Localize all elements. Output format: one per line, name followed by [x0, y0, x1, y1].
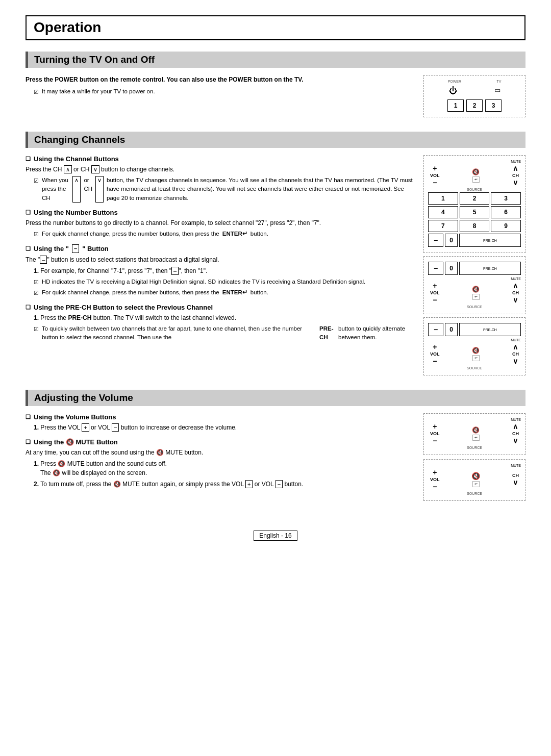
ch-up-r1: ∧: [513, 164, 518, 172]
ch-label-v1: CH: [512, 431, 519, 436]
source-label-r3: SOURCE: [428, 366, 521, 370]
mute-label-r1: MUTE: [511, 160, 521, 163]
remote-prech-vol: − 0 PRE-CH MUTE + VOL − 🔇: [423, 317, 525, 375]
mute-num-0: 1. Press 🔇 MUTE button and the sound cut…: [34, 459, 413, 477]
zero-btn-r2: 0: [445, 262, 458, 275]
vol-minus-r2: −: [433, 296, 437, 304]
source-btn-r1: ↩: [472, 177, 480, 183]
prech-note-0: To quickly switch between two channels t…: [34, 324, 413, 342]
num-5-r1: 5: [460, 206, 490, 218]
remote-power-tv: POWER TV ⏻ ▭ 1 2 3: [423, 75, 525, 117]
section-header-2: Changing Channels: [26, 132, 525, 148]
mute-icon-r2: 🔇: [472, 286, 480, 293]
vol-minus-v1: −: [433, 437, 437, 445]
page-title: Operation: [26, 15, 525, 40]
subsection-title-number-buttons: Using the Number Buttons: [26, 209, 413, 216]
subsection-title-channel-buttons: Using the Channel Buttons: [26, 155, 413, 163]
ch-label-r3: CH: [512, 351, 519, 357]
footer-wrapper: English - 16: [26, 515, 525, 541]
vol-label-r3: VOL: [430, 351, 440, 357]
number-btn-note-0: For quick channel change, press the numb…: [34, 230, 413, 239]
remote-vol-2: MUTE + VOL − 🔇 ↩ CH ∨: [423, 459, 525, 501]
ch-label-r2: CH: [512, 290, 519, 295]
ch-down-r2: ∨: [513, 296, 518, 304]
ch-down-r1: ∨: [513, 179, 518, 187]
zero-btn-r1: 0: [445, 234, 458, 247]
subsection-channel-buttons: Using the Channel Buttons Press the CH ∧…: [26, 155, 413, 203]
tv-icon: ▭: [494, 86, 500, 95]
subsection-title-dash-button: Using the "–" Button: [26, 244, 413, 253]
ch-up-r3: ∧: [513, 343, 518, 351]
ch-down-v2: ∨: [513, 478, 518, 487]
intro-bold-1: Press the POWER button on the remote con…: [26, 75, 413, 84]
vol-label-r2: VOL: [430, 290, 440, 295]
mute-label-r3: MUTE: [511, 338, 521, 342]
vol-plus-v2: +: [433, 468, 437, 476]
num-1-r1: 1: [428, 192, 458, 205]
source-btn-v1: ↩: [472, 435, 480, 441]
ch-up-v1: ∧: [513, 422, 518, 431]
mute-label-r2: MUTE: [511, 277, 521, 281]
zero-prech-row-r1: − 0 PRE-CH: [428, 232, 521, 248]
prech-btn-r2: PRE-CH: [459, 262, 521, 275]
subsection-mute-button: Using the 🔇 MUTE Button At any time, you…: [26, 438, 413, 489]
source-label-r2: SOURCE: [428, 305, 521, 309]
num-4-r1: 4: [428, 206, 458, 218]
vol-btn-num-0: 1. Press the VOL + or VOL − button to in…: [34, 423, 413, 432]
vol-minus-r1: −: [433, 179, 437, 187]
subsection-prech-button: Using the PRE-CH Button to select the Pr…: [26, 304, 413, 342]
section-changing-channels: Changing Channels Using the Channel Butt…: [26, 132, 525, 375]
source-btn-r2: ↩: [472, 294, 480, 300]
dash-btn-note-0: HD indicates the TV is receiving a Digit…: [34, 278, 413, 287]
mute-num-1: 2. To turn mute off, press the 🔇 MUTE bu…: [34, 480, 413, 489]
mute-label-v2: MUTE: [511, 464, 521, 467]
vol-label-r1: VOL: [430, 173, 440, 178]
power-icon: ⏻: [449, 86, 457, 95]
channel-btn-body: Press the CH ∧ or CH ∨ button to change …: [26, 165, 413, 174]
section-adjusting-volume: Adjusting the Volume Using the Volume Bu…: [26, 390, 525, 501]
subsection-dash-button: Using the "–" Button The "–" button is u…: [26, 244, 413, 297]
ch-label-r1: CH: [512, 173, 519, 178]
remote-ch-numbers: MUTE + VOL − 🔇 ↩ ∧ CH: [423, 155, 525, 253]
num-8-r1: 8: [460, 220, 490, 232]
subsection-volume-buttons: Using the Volume Buttons 1. Press the VO…: [26, 413, 413, 432]
power-label: POWER: [448, 80, 461, 83]
num-6-r1: 6: [491, 206, 521, 218]
vol-plus-r1: +: [433, 164, 437, 172]
ch-up-r2: ∧: [513, 282, 518, 290]
mute-icon-r3: 🔇: [472, 347, 480, 354]
tv-label: TV: [496, 80, 501, 83]
num-3-r1: 3: [491, 192, 521, 205]
mute-icon-v1: 🔇: [472, 426, 480, 434]
vol-plus-r3: +: [433, 343, 437, 351]
vol-label-v1: VOL: [430, 431, 440, 436]
dash-btn-body: The "–" button is used to select station…: [26, 255, 413, 264]
vol-plus-v1: +: [433, 422, 437, 431]
vol-label-v2: VOL: [430, 477, 440, 482]
mute-icon-v2: 🔇: [471, 472, 480, 480]
dash-btn-note-1: For quick channel change, press the numb…: [34, 288, 413, 297]
dash-btn-num-0: 1. For example, for Channel "7-1", press…: [34, 266, 413, 275]
prech-btn-r1: PRE-CH: [459, 234, 521, 247]
source-btn-r3: ↩: [472, 355, 480, 361]
dash-zero-prech-row: − 0 PRE-CH: [428, 261, 521, 277]
subsection-title-vol-buttons: Using the Volume Buttons: [26, 413, 413, 421]
source-btn-v2: ↩: [472, 481, 480, 487]
ch-label-v2: CH: [512, 473, 519, 478]
num-btn-2: 2: [466, 99, 483, 112]
remote-vol-1: MUTE + VOL − 🔇 ↩ ∧ CH ∨: [423, 413, 525, 455]
num-btn-3: 3: [485, 99, 502, 112]
vol-minus-r3: −: [433, 357, 437, 365]
note-1-0: It may take a while for your TV to power…: [34, 87, 413, 96]
dash-btn-r1: −: [428, 234, 443, 247]
dash-btn-r3: −: [428, 323, 443, 336]
prech-btn-r3: PRE-CH: [459, 323, 521, 336]
mute-icon-r1: 🔇: [472, 168, 480, 175]
source-label-v2: SOURCE: [428, 492, 521, 495]
subsection-number-buttons: Using the Number Buttons Press the numbe…: [26, 209, 413, 239]
ch-down-r3: ∨: [513, 357, 518, 365]
channel-btn-note-0: When you press the CH ∧ or CH ∨ button, …: [34, 176, 413, 203]
num-btn-1: 1: [447, 99, 464, 112]
mute-body: At any time, you can cut off the sound u…: [26, 448, 413, 457]
mute-label-v1: MUTE: [511, 418, 521, 421]
